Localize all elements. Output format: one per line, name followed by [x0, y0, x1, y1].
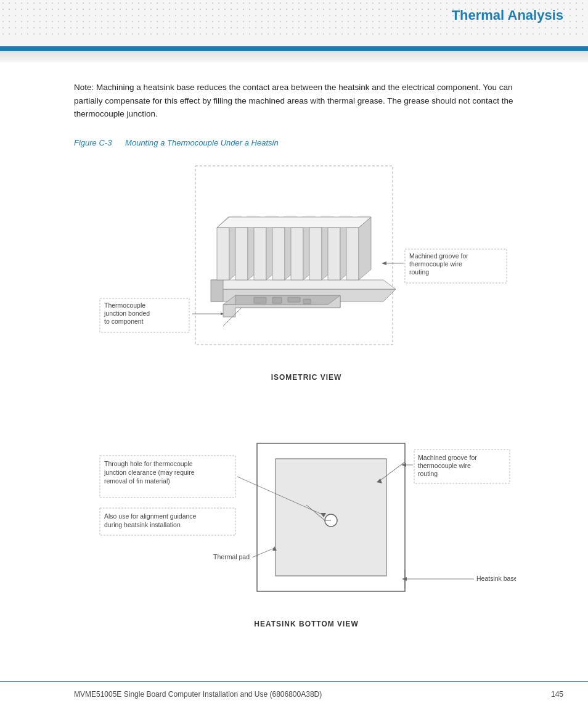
figure-caption-label: Figure C-3 — [74, 138, 112, 147]
svg-text:Thermocouple: Thermocouple — [104, 302, 145, 309]
svg-marker-3 — [211, 280, 223, 302]
svg-text:to component: to component — [104, 318, 144, 325]
footer: MVME51005E Single Board Computer Install… — [0, 681, 588, 706]
bottom-view-diagram: Through hole for thermocouple junction c… — [97, 425, 516, 616]
svg-rect-34 — [288, 297, 300, 302]
svg-marker-28 — [217, 217, 371, 228]
svg-text:Heatsink base: Heatsink base — [476, 575, 516, 582]
svg-marker-25 — [346, 228, 359, 280]
bottom-view-figure: Through hole for thermocouple junction c… — [74, 406, 539, 628]
svg-text:Through hole for thermocouple: Through hole for thermocouple — [104, 460, 193, 467]
svg-text:routing: routing — [418, 470, 438, 477]
isometric-label: ISOMETRIC VIEW — [271, 373, 342, 382]
svg-marker-19 — [309, 228, 322, 280]
svg-marker-22 — [328, 228, 340, 280]
footer-left-text: MVME51005E Single Board Computer Install… — [74, 690, 322, 699]
svg-text:during heatsink installation: during heatsink installation — [104, 521, 181, 528]
svg-text:thermocouple wire: thermocouple wire — [409, 260, 462, 268]
header-pattern: Thermal Analysis — [0, 0, 588, 46]
svg-text:Machined groove for: Machined groove for — [418, 454, 477, 461]
isometric-svg: Thermocouple junction bonded to componen… — [97, 160, 516, 369]
svg-text:Also use for alignment guidanc: Also use for alignment guidance — [104, 512, 197, 520]
svg-text:junction clearance (may requir: junction clearance (may require — [104, 469, 195, 476]
figure-caption: Figure C-3 Mounting a Thermocouple Under… — [74, 138, 539, 147]
svg-text:routing: routing — [409, 268, 429, 276]
svg-text:Thermal pad: Thermal pad — [213, 553, 250, 560]
svg-marker-7 — [235, 228, 248, 280]
note-text: Note: Machining a heatsink base reduces … — [74, 81, 539, 121]
header-blue-bar — [0, 46, 588, 51]
svg-rect-33 — [272, 297, 282, 303]
bottom-view-label: HEATSINK BOTTOM VIEW — [254, 620, 359, 628]
isometric-diagram: Thermocouple junction bonded to componen… — [97, 160, 516, 369]
svg-text:Machined groove for: Machined groove for — [409, 252, 468, 260]
header-gray-bar — [0, 51, 588, 62]
svg-marker-16 — [291, 228, 303, 280]
svg-marker-26 — [359, 217, 371, 280]
header-title-area: Thermal Analysis — [452, 7, 563, 23]
isometric-figure: Thermocouple junction bonded to componen… — [74, 160, 539, 382]
svg-marker-47 — [382, 261, 386, 265]
main-content: Note: Machining a heatsink base reduces … — [0, 62, 588, 690]
svg-text:junction bonded: junction bonded — [104, 310, 150, 317]
svg-rect-35 — [303, 299, 311, 304]
svg-marker-2 — [211, 280, 396, 289]
figure-caption-title: Mounting a Thermocouple Under a Heatsin — [125, 138, 279, 147]
page-number: 145 — [551, 690, 563, 699]
svg-marker-4 — [217, 228, 229, 280]
bottom-view-svg: Through hole for thermocouple junction c… — [97, 425, 516, 616]
svg-text:thermocouple wire: thermocouple wire — [418, 462, 471, 469]
svg-marker-13 — [272, 228, 285, 280]
page-title: Thermal Analysis — [452, 7, 563, 23]
svg-marker-10 — [254, 228, 266, 280]
svg-text:removal of fin material): removal of fin material) — [104, 477, 170, 485]
svg-rect-32 — [254, 297, 266, 303]
